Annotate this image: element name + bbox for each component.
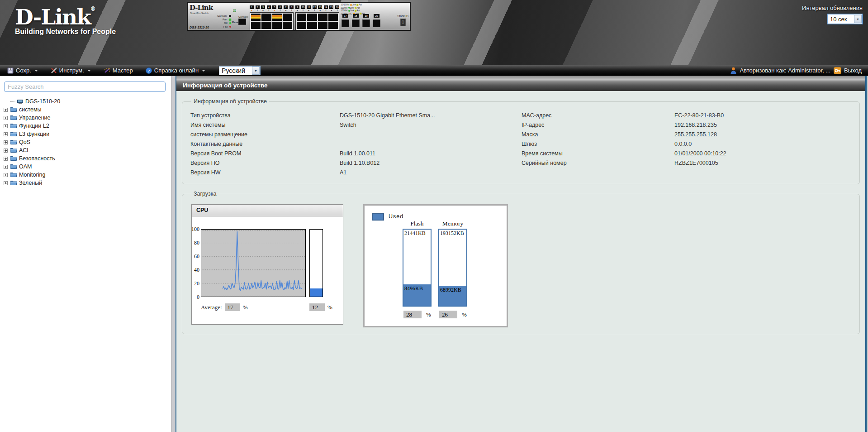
tree-folder-item[interactable]: Безопасность	[0, 154, 171, 163]
info-label: Серийный номер	[522, 158, 674, 168]
memory-total-value: 193152KB	[440, 230, 464, 237]
tree-expand-icon[interactable]	[4, 140, 8, 144]
logged-in-user: Авторизован как: Administrator, ...	[730, 67, 830, 74]
port-number: 16	[335, 5, 339, 9]
tree-expand-icon[interactable]	[4, 108, 8, 112]
language-value: Русский	[219, 67, 252, 74]
rj45-port[interactable]	[328, 22, 338, 29]
port-number: 15	[329, 5, 333, 9]
tree-folder-label: системы	[19, 106, 42, 114]
wizard-label: Мастер	[113, 67, 133, 74]
rj45-port[interactable]	[283, 22, 292, 29]
port-number: 4	[267, 5, 271, 9]
tree-folder-item[interactable]: Функции L2	[0, 122, 171, 130]
tree-folder-item[interactable]: Monitoring	[0, 171, 171, 179]
percent-sign: %	[426, 311, 431, 318]
port-group-1-8: 12345678▲▼▲▼▲▼▲▼	[250, 5, 294, 30]
info-label: Имя системы	[190, 120, 340, 130]
memory-used-value: 68992KB	[440, 287, 461, 293]
rj45-port[interactable]	[318, 22, 327, 29]
rj45-port[interactable]	[297, 14, 306, 21]
port-number: 11	[307, 5, 311, 9]
tools-menu-button[interactable]: Инструм.	[44, 65, 97, 76]
load-group: Загрузка CPU 100806040200 Average:	[182, 191, 860, 334]
y-tick-label: 60	[194, 253, 199, 260]
port-led-triangle-icon: ▼	[268, 9, 270, 12]
language-select[interactable]: Русский ▼	[219, 66, 261, 75]
tree-folder-item[interactable]: системы	[0, 106, 171, 114]
rj45-port[interactable]	[251, 14, 261, 21]
console-jack-icon	[238, 19, 246, 25]
rj45-port[interactable]	[297, 22, 306, 29]
led-row: Fan	[206, 18, 231, 21]
rj45-port[interactable]	[251, 22, 261, 29]
help-icon: ?	[146, 67, 152, 74]
sfp-port[interactable]: 18	[352, 14, 360, 27]
wizard-button[interactable]: Мастер	[97, 65, 139, 76]
tree-folder-item[interactable]: QoS	[0, 138, 171, 146]
logged-in-text: Авторизован как: Administrator, ...	[740, 67, 830, 74]
tree-folder-label: Управление	[19, 114, 51, 122]
tree-expand-icon[interactable]	[4, 165, 8, 169]
rj45-port[interactable]	[328, 14, 338, 21]
sidebar: DGS-1510-20 системыУправлениеФункции L2L…	[0, 76, 171, 432]
rj45-port[interactable]	[283, 14, 292, 21]
tree-folder-item[interactable]: Зеленый	[0, 179, 171, 187]
sfp-port-number: 20	[374, 14, 379, 18]
port-triangle-row: ▲▼▲▼▲▼▲▼	[295, 9, 339, 12]
online-help-menu-button[interactable]: ? Справка онлайн	[139, 65, 212, 76]
sidebar-splitter[interactable]	[171, 76, 175, 432]
tree-expand-icon[interactable]	[4, 173, 8, 177]
port-led-triangle-icon: ▼	[336, 9, 338, 12]
fuzzy-search-input[interactable]	[4, 82, 166, 92]
rj45-port[interactable]	[307, 14, 317, 21]
tree-folder-item[interactable]: OAM	[0, 163, 171, 171]
tree-root-item[interactable]: DGS-1510-20	[0, 97, 171, 106]
led-row: Fail	[206, 25, 231, 29]
info-value: Switch	[340, 120, 522, 130]
rj45-port[interactable]	[307, 22, 317, 29]
rj45-port[interactable]	[272, 22, 282, 29]
port-number: 7	[284, 5, 288, 9]
chevron-down-icon: ▼	[252, 67, 260, 75]
refresh-interval: Интервал обновления 10 сек ▼	[802, 5, 863, 24]
info-value: DGS-1510-20 Gigabit Ethernet Sma...	[340, 111, 522, 120]
rj45-port[interactable]	[318, 14, 327, 21]
logout-button[interactable]: Выход	[834, 67, 862, 74]
tree-expand-icon[interactable]	[4, 181, 8, 185]
sfp-port-number: 18	[353, 14, 359, 18]
save-menu-button[interactable]: Сохр.	[0, 65, 44, 76]
tree-expand-icon[interactable]	[4, 124, 8, 128]
fail-led-icon	[229, 26, 231, 28]
key-icon	[834, 67, 841, 74]
port-led-triangle-icon: ▲	[331, 9, 332, 12]
switch-led-labels: Console Fan OK Fail	[206, 14, 231, 29]
info-label: Шлюз	[522, 139, 674, 149]
cpu-current-row: 12 %	[307, 303, 332, 311]
sfp-port[interactable]: 20	[373, 14, 380, 27]
tree-expand-icon[interactable]	[4, 149, 8, 153]
tree-folder-item[interactable]: Управление	[0, 114, 171, 122]
rj45-port[interactable]	[272, 14, 282, 21]
tree-expand-icon[interactable]	[4, 116, 8, 120]
legend-row: 10/100M Link Act	[341, 3, 365, 6]
cpu-average-value: 17	[225, 303, 240, 311]
port-number: 14	[324, 5, 328, 9]
sfp-port[interactable]: 19	[362, 14, 370, 27]
rj45-port[interactable]	[261, 22, 271, 29]
nav-tree: DGS-1510-20 системыУправлениеФункции L2L…	[0, 97, 171, 187]
tree-expand-icon[interactable]	[4, 157, 8, 161]
tree-folder-item[interactable]: L3 функции	[0, 130, 171, 138]
tree-folder-item[interactable]: ACL	[0, 146, 171, 154]
rj45-port[interactable]	[261, 14, 271, 21]
cpu-average-row: Average: 17 %	[201, 303, 248, 311]
tree-folder-label: Зеленый	[19, 179, 42, 187]
rj45-port-grid	[250, 12, 294, 30]
port-number: 10	[301, 5, 305, 9]
info-value	[340, 139, 522, 149]
sfp-port[interactable]: 17	[342, 14, 349, 27]
flash-usage-column: Flash 21441KB 8496KB 28 %	[403, 220, 432, 318]
port-number-row: 12345678	[250, 5, 294, 9]
tree-expand-icon[interactable]	[4, 132, 8, 136]
refresh-interval-select[interactable]: 10 сек ▼	[827, 14, 863, 24]
